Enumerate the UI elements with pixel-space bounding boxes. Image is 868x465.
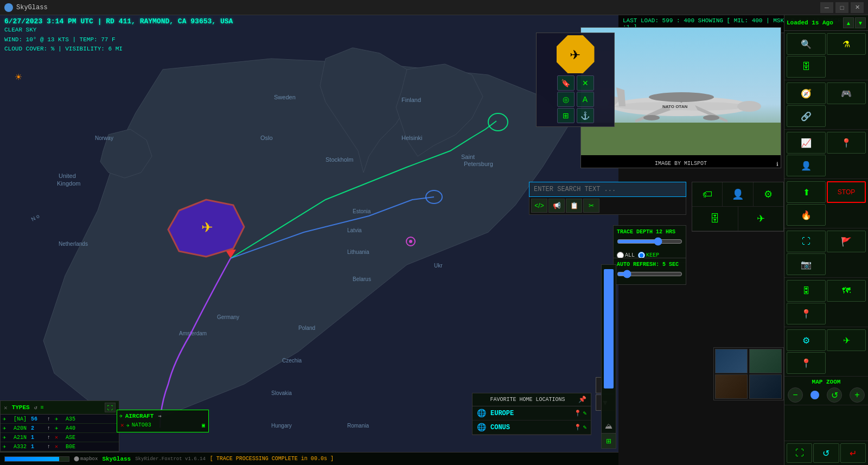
gear2-btn[interactable]: ⚙ xyxy=(787,329,826,351)
refresh-slider-container xyxy=(617,270,682,281)
settings2-btn[interactable]: 🎛 xyxy=(787,280,826,302)
map-thumb-4[interactable] xyxy=(749,374,782,399)
rp-grid-2: 🧭 🎮 🔗 xyxy=(784,80,868,130)
map-thumb-3[interactable] xyxy=(715,374,748,399)
stop-btn[interactable]: STOP xyxy=(827,181,866,203)
search-btn[interactable]: 🔍 xyxy=(787,33,826,55)
weather-info: CLEAR SKY WIND: 10° @ 13 KTS | TEMP: 77 … xyxy=(4,26,484,54)
expand3-btn[interactable]: ⛶ xyxy=(787,443,812,463)
code-icon-btn[interactable]: </> xyxy=(531,199,547,213)
location-btn[interactable]: 📍 xyxy=(787,303,826,324)
profile-icon-btn[interactable]: 👤 xyxy=(723,182,753,206)
app-name-footer: SkyGlass xyxy=(102,456,131,462)
zoom-out-btn[interactable]: − xyxy=(788,387,803,403)
expand2-btn[interactable]: ⛶ xyxy=(787,231,826,252)
fav-conus-label: CONUS xyxy=(490,424,570,431)
location2-btn[interactable]: 📍 xyxy=(787,352,826,374)
refresh2-btn[interactable]: ↺ xyxy=(827,387,842,403)
image-caption: IMAGE BY MILSPOT xyxy=(581,160,781,168)
x-icon-btn[interactable]: ✕ xyxy=(577,75,594,91)
fav-conus-edit-btn[interactable]: ✎ xyxy=(583,424,586,431)
rp-grid-1: 🔍 ⚗ 🗄 xyxy=(784,31,868,80)
bookmark-icon-btn[interactable]: 🔖 xyxy=(557,75,575,91)
aircraft-overlay-panel: ✈ AIRCRAFT ⇒ ✕ ✈ NATO03 ▣ xyxy=(117,410,209,432)
top-info: 6/27/2023 3:14 PM UTC | RD 411, RAYMOND,… xyxy=(0,15,488,56)
expand-down-btn[interactable]: ▼ xyxy=(855,17,866,28)
refresh-panel: AUTO REFRESH: 5 SEC xyxy=(613,258,686,285)
datetime: 6/27/2023 3:14 PM UTC xyxy=(4,17,93,26)
trace-depth-slider[interactable] xyxy=(617,237,682,246)
grid-icon-btn[interactable]: ⊞ xyxy=(557,108,575,123)
svg-text:Hungary: Hungary xyxy=(271,423,292,429)
nav-btn[interactable]: 🧭 xyxy=(787,82,826,104)
trace-label: TRACE DEPTH 12 HRS xyxy=(617,229,682,235)
plane2-icon-btn[interactable]: ✈ xyxy=(738,207,784,231)
chart-btn[interactable]: 📈 xyxy=(787,132,826,154)
map-thumb-1[interactable] xyxy=(715,349,748,373)
tag-icon-btn[interactable]: 🏷 xyxy=(692,182,723,206)
zoom-in-btn[interactable]: + xyxy=(850,387,865,403)
camera-btn[interactable]: 📷 xyxy=(787,253,826,275)
target-icon-btn[interactable]: ◎ xyxy=(557,92,575,107)
user-btn[interactable]: 👤 xyxy=(787,155,826,176)
fav-europe-edit-btn[interactable]: ✎ xyxy=(583,410,586,417)
fav-europe-label: EUROPE xyxy=(490,410,570,417)
gauge-icon-btn[interactable]: ⚙ xyxy=(754,182,783,206)
audio-icon-btn[interactable]: 📢 xyxy=(548,199,565,213)
svg-text:Poland: Poland xyxy=(298,325,315,331)
minimize-button[interactable]: ─ xyxy=(820,2,833,13)
map-zoom-label: MAP ZOOM xyxy=(787,379,866,385)
svg-text:Saint: Saint xyxy=(461,154,475,160)
fav-europe-icon: 🌐 xyxy=(477,409,486,418)
database2-icon-btn[interactable]: 🗄 xyxy=(692,207,738,231)
fire-btn[interactable]: 🔥 xyxy=(787,204,826,226)
types-row-4: ✈ A332 1 ↑ ✕ B0E xyxy=(1,442,119,451)
fav-item-europe[interactable]: 🌐 EUROPE 📍 ✎ xyxy=(473,406,591,421)
search-input[interactable] xyxy=(529,182,686,197)
types-row-3: ✈ A21N 1 ↑ ✕ ASE xyxy=(1,433,119,442)
location: RD 411, RAYMOND, CA 93653, USA xyxy=(106,17,233,26)
return-btn[interactable]: ↵ xyxy=(840,443,866,463)
alt-down-btn[interactable]: ⊞ xyxy=(602,433,616,448)
plane3-btn[interactable]: ✈ xyxy=(827,329,866,351)
anchor-icon-btn[interactable]: ⚓ xyxy=(577,108,594,123)
map-zoom-section: MAP ZOOM − ↺ + xyxy=(784,377,868,405)
clipboard-icon-btn[interactable]: 📋 xyxy=(566,199,582,213)
map-thumb-2[interactable] xyxy=(749,349,782,373)
app-window: SkyGlass ─ □ ✕ Oslo Stockholm Helsinki S… xyxy=(0,0,868,465)
side-toolbar: 🏷 👤 ⚙ 🗄 ✈ xyxy=(692,182,784,232)
altitude-bar: ⛰ ⊞ xyxy=(601,264,616,449)
link-btn[interactable]: 🔗 xyxy=(787,105,826,127)
fav-conus-icon: 🌐 xyxy=(477,423,486,432)
refresh-slider[interactable] xyxy=(617,270,682,278)
types-expand-btn[interactable]: ⛶ xyxy=(105,403,116,412)
pin-btn[interactable]: 📍 xyxy=(827,132,866,154)
types-table: ✈ [NA] 56 ↑ ✈ A35 ✈ A20N 2 ↑ ✈ A40 ✈ A21… xyxy=(1,415,119,451)
maximize-button[interactable]: □ xyxy=(835,2,848,13)
fav-item-conus[interactable]: 🌐 CONUS 📍 ✎ xyxy=(473,421,591,435)
svg-text:Petersburg: Petersburg xyxy=(464,161,493,167)
fav-conus-go-btn[interactable]: 📍 xyxy=(574,424,582,431)
svg-text:Sweden: Sweden xyxy=(274,94,296,100)
aircraft-name: NATO03 xyxy=(132,422,151,428)
text-icon-btn[interactable]: A xyxy=(577,92,594,107)
scissors-icon-btn[interactable]: ✂ xyxy=(583,199,599,213)
svg-text:Ukr: Ukr xyxy=(434,263,443,269)
map2-btn[interactable]: 🗺 xyxy=(827,280,866,302)
flag-btn[interactable]: 🚩 xyxy=(827,231,866,252)
fav-europe-go-btn[interactable]: 📍 xyxy=(574,410,582,417)
upload-btn[interactable]: ⬆ xyxy=(787,181,826,203)
close-button[interactable]: ✕ xyxy=(851,2,864,13)
drone-btn[interactable]: 🎮 xyxy=(827,82,866,104)
refresh3-btn[interactable]: ↺ xyxy=(813,443,839,463)
status-bar: ⬤ mapbox SkyGlass SkyRider.Foxtrot v1.6.… xyxy=(0,452,618,465)
svg-point-36 xyxy=(737,101,761,112)
filter-btn[interactable]: ⚗ xyxy=(827,33,866,55)
fav-pin-icon[interactable]: 📌 xyxy=(578,396,586,404)
expand-up-btn[interactable]: ▲ xyxy=(843,17,854,28)
fav-header: FAVORITE HOME LOCATIONS 📌 xyxy=(473,393,591,406)
title-bar: SkyGlass ─ □ ✕ xyxy=(0,0,868,15)
icon-panel: ✈ 🔖 ✕ ◎ A ⊞ ⚓ xyxy=(536,33,615,127)
right-panel: Loaded 1s Ago ▲ ▼ 🔍 ⚗ 🗄 🧭 🎮 🔗 📈 📍 👤 ⬆ xyxy=(784,15,868,465)
db-btn[interactable]: 🗄 xyxy=(787,56,826,78)
